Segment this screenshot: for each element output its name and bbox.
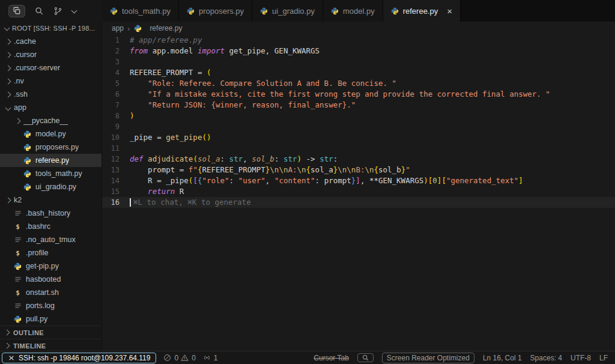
git-branch-icon[interactable] xyxy=(53,7,62,16)
sidebar-item-ui-gradio-py[interactable]: ui_gradio.py xyxy=(0,180,101,193)
close-icon[interactable]: × xyxy=(447,7,452,16)
remote-icon xyxy=(8,354,15,362)
sidebar-item-profile[interactable]: $.profile xyxy=(0,246,101,259)
code-text: return R xyxy=(130,186,184,197)
broadcast-icon xyxy=(203,354,211,362)
sidebar-item-bash-history[interactable]: .bash_history xyxy=(0,207,101,220)
code-token: R = _pipe xyxy=(130,176,189,185)
code-line[interactable]: 9 xyxy=(102,121,615,132)
code-token: -> xyxy=(301,154,320,163)
cursor-tab-toggle[interactable]: Cursor Tab xyxy=(314,354,348,362)
tab-referee-py[interactable]: referee.py× xyxy=(383,0,461,22)
sidebar-item-hasbooted[interactable]: hasbooted xyxy=(0,273,101,286)
code-line[interactable]: 14 R = _pipe([{"role": "user", "content"… xyxy=(102,175,615,186)
encoding-indicator[interactable]: UTF-8 xyxy=(571,354,591,362)
code-line[interactable]: 15 return R xyxy=(102,186,615,197)
sidebar-item-model-py[interactable]: model.py xyxy=(0,127,101,141)
inline-ai-hint: ⌘L to chat, ⌘K to generate xyxy=(133,198,251,207)
tab-tools-math-py[interactable]: tools_math.py xyxy=(102,0,179,22)
sidebar-item-cursor-server[interactable]: .cursor-server xyxy=(0,61,101,74)
sidebar-item-proposers-py[interactable]: proposers.py xyxy=(0,141,101,154)
code-line[interactable]: 7 "Return JSON: {winner, reason, final_a… xyxy=(102,100,615,111)
sidebar-item-app[interactable]: app xyxy=(0,101,101,114)
remote-indicator[interactable]: SSH: ssh -p 19846 root@109.237.64.119 xyxy=(2,353,156,363)
indentation-indicator[interactable]: Spaces: 4 xyxy=(530,354,562,362)
section-timeline[interactable]: TIMELINE xyxy=(0,339,101,351)
code-token: "role" xyxy=(202,176,229,185)
code-token xyxy=(130,187,148,196)
code-token: [ xyxy=(441,176,446,185)
code-line[interactable]: 6 "If a mistake exists, cite the first w… xyxy=(102,89,615,100)
code-line[interactable]: 2from app.model import get_pipe, GEN_KWA… xyxy=(102,46,615,56)
code-token: ( xyxy=(193,154,198,163)
sidebar-item-cursor[interactable]: .cursor xyxy=(0,48,101,61)
chevron-right-icon xyxy=(5,91,11,97)
sidebar-item-ssh[interactable]: .ssh xyxy=(0,88,101,101)
sidebar-item-referee-py[interactable]: referee.py xyxy=(0,154,101,167)
code-token: "If a mistake exists, cite the first wro… xyxy=(148,89,550,99)
sidebar-item-tools-math-py[interactable]: tools_math.py xyxy=(0,167,101,180)
sidebar-item-pull-py[interactable]: pull.py xyxy=(0,312,101,326)
sidebar-item-ports-log[interactable]: ports.log xyxy=(0,299,101,312)
search-icon[interactable] xyxy=(35,7,44,16)
titlebar-actions xyxy=(0,0,102,22)
tree-root-header[interactable]: ROOT [SSH: SSH -P 198... xyxy=(0,22,101,35)
tab-model-py[interactable]: model.py xyxy=(323,0,383,22)
zoom-button[interactable] xyxy=(357,353,374,362)
magnifier-icon xyxy=(362,354,369,361)
statusbar-right: Cursor Tab Screen Reader Optimized Ln 16… xyxy=(314,353,615,363)
warning-icon xyxy=(181,354,189,362)
chevron-right-icon xyxy=(5,65,11,71)
code-line[interactable]: 13 prompt = f"{REFEREE_PROMPT}\n\nA:\n{s… xyxy=(102,165,615,175)
ports-indicator[interactable]: 1 xyxy=(203,354,218,362)
code-editor[interactable]: 1# app/referee.py2from app.model import … xyxy=(102,35,615,208)
code-text: prompt = f"{REFEREE_PROMPT}\n\nA:\n{sol_… xyxy=(130,165,410,175)
tab-ui-gradio-py[interactable]: ui_gradio.py xyxy=(252,0,323,22)
breadcrumb-file[interactable]: referee.py xyxy=(150,24,182,32)
sidebar-item-bashrc[interactable]: $.bashrc xyxy=(0,220,101,233)
line-col-indicator[interactable]: Ln 16, Col 1 xyxy=(483,354,522,362)
eol-indicator[interactable]: LF xyxy=(599,354,608,362)
python-icon xyxy=(23,156,32,165)
screen-reader-toggle[interactable]: Screen Reader Optimized xyxy=(382,353,474,363)
sidebar-item-pycache[interactable]: __pycache__ xyxy=(0,114,101,127)
line-number: 13 xyxy=(102,165,130,175)
breadcrumb-folder[interactable]: app xyxy=(112,24,124,32)
chevron-down-icon[interactable] xyxy=(71,7,77,13)
warning-count: 0 xyxy=(192,354,196,362)
code-line[interactable]: 3 xyxy=(102,56,615,67)
sidebar-item-nv[interactable]: .nv xyxy=(0,74,101,88)
code-line[interactable]: 10_pipe = get_pipe() xyxy=(102,132,615,143)
code-token: ) xyxy=(423,176,428,185)
error-icon xyxy=(163,354,171,362)
section-outline[interactable]: OUTLINE xyxy=(0,326,101,339)
code-line[interactable]: 16⌘L to chat, ⌘K to generate xyxy=(102,197,615,208)
sidebar-item-no-auto-tmux[interactable]: .no_auto_tmux xyxy=(0,233,101,246)
code-token: A: xyxy=(288,165,297,174)
code-token: B: xyxy=(356,165,365,174)
code-line[interactable]: 11 xyxy=(102,143,615,154)
sidebar-item-k2[interactable]: k2 xyxy=(0,193,101,207)
line-number: 14 xyxy=(102,175,130,186)
python-icon xyxy=(23,169,32,178)
status-bar: SSH: ssh -p 19846 root@109.237.64.119 0 … xyxy=(0,351,615,364)
sidebar-item-cache[interactable]: .cache xyxy=(0,35,101,48)
sidebar-sections: OUTLINETIMELINE xyxy=(0,326,101,351)
file-label: .cursor-server xyxy=(14,64,60,72)
code-line[interactable]: 5 "Role: Referee. Compare Solution A and… xyxy=(102,78,615,89)
file-label: model.py xyxy=(35,130,66,138)
sidebar-item-onstart-sh[interactable]: $onstart.sh xyxy=(0,286,101,299)
code-line[interactable]: 4REFEREE_PROMPT = ( xyxy=(102,67,615,78)
code-token: \n xyxy=(365,165,374,174)
code-token: ] xyxy=(518,176,523,185)
code-token: { xyxy=(374,165,379,174)
copy-files-button[interactable] xyxy=(8,5,25,17)
code-line[interactable]: 8) xyxy=(102,111,615,121)
file-label: .ssh xyxy=(14,90,28,99)
sidebar-item-get-pip-py[interactable]: get-pip.py xyxy=(0,259,101,273)
code-token: 0 xyxy=(432,176,437,185)
problems-indicator[interactable]: 0 0 xyxy=(163,354,195,362)
code-line[interactable]: 12def adjudicate(sol_a: str, sol_b: str)… xyxy=(102,154,615,165)
tab-proposers-py[interactable]: proposers.py xyxy=(179,0,252,22)
code-line[interactable]: 1# app/referee.py xyxy=(102,35,615,46)
